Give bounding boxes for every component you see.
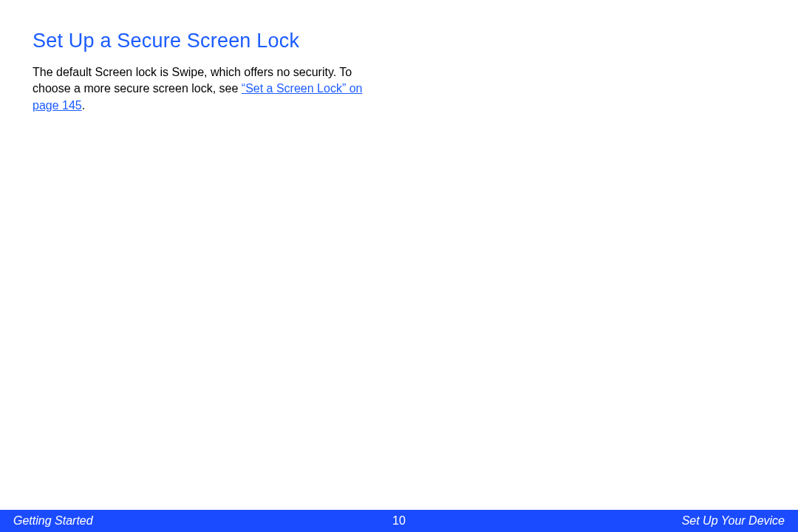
page-number: 10 [392,514,406,528]
footer-right: Set Up Your Device [682,514,785,528]
document-page: Set Up a Secure Screen Lock The default … [0,0,798,532]
body-text-post: . [82,99,85,112]
body-paragraph: The default Screen lock is Swipe, which … [33,64,387,114]
content-area: Set Up a Secure Screen Lock The default … [0,0,798,114]
footer-left: Getting Started [13,514,93,528]
section-heading: Set Up a Secure Screen Lock [33,30,765,52]
page-footer: Getting Started 10 Set Up Your Device [0,510,798,532]
